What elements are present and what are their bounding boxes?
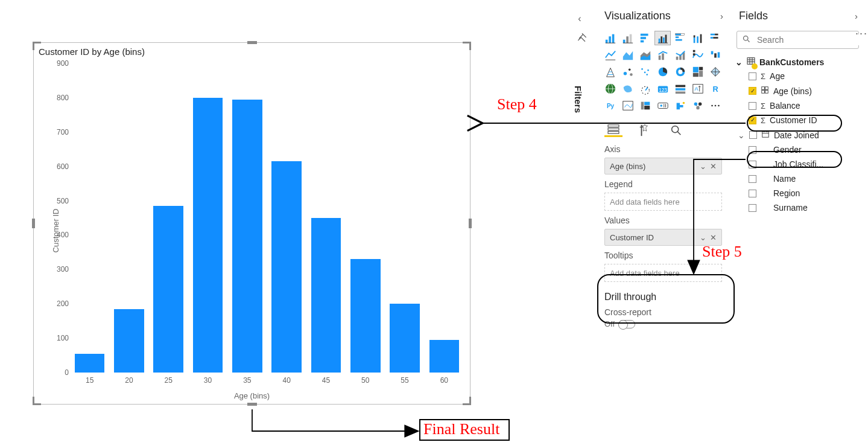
viz-type-32[interactable] <box>672 98 688 113</box>
viz-type-13[interactable] <box>707 48 723 62</box>
visualizations-title: Visualizations <box>604 10 671 22</box>
viz-type-12[interactable] <box>689 48 706 62</box>
viz-type-11[interactable] <box>672 48 688 62</box>
svg-rect-7 <box>640 34 648 36</box>
field-age[interactable]: Σ Age <box>733 69 863 83</box>
svg-rect-35 <box>717 52 720 57</box>
viz-type-29[interactable] <box>619 98 636 113</box>
bar-40[interactable]: 40 <box>267 63 306 373</box>
field-age-bins[interactable]: Age (bins) <box>733 83 863 98</box>
checkbox[interactable] <box>749 102 756 110</box>
y-tick-label: 500 <box>57 197 69 205</box>
field-name[interactable]: Name <box>733 171 863 186</box>
table-bankcustomers[interactable]: ⌄ BankCustomers <box>733 55 863 69</box>
viz-type-6[interactable] <box>707 31 723 45</box>
field-surname[interactable]: Surname <box>733 200 863 215</box>
tab-analytics[interactable] <box>667 124 685 137</box>
checkbox[interactable] <box>749 87 756 95</box>
svg-rect-76 <box>608 128 619 130</box>
tab-format[interactable] <box>636 124 654 137</box>
fields-collapse-button[interactable]: › <box>852 11 860 21</box>
svg-rect-17 <box>675 39 682 41</box>
checkbox[interactable] <box>749 175 756 183</box>
viz-type-4[interactable] <box>672 31 688 45</box>
bar-45[interactable]: 45 <box>306 63 346 373</box>
checkbox[interactable] <box>749 131 757 139</box>
chevron-down-icon[interactable]: ⌄ <box>700 233 706 242</box>
bar-30[interactable]: 30 <box>188 63 227 373</box>
filters-expand-button[interactable]: ‹ <box>573 12 586 25</box>
viz-type-14[interactable] <box>602 65 618 79</box>
bar-55[interactable]: 55 <box>385 63 424 373</box>
viz-panel-collapse-button[interactable]: › <box>718 11 726 21</box>
search-input[interactable] <box>756 34 864 45</box>
bar-25[interactable]: 25 <box>149 63 188 373</box>
viz-type-2[interactable] <box>637 31 653 45</box>
svg-point-74 <box>718 105 720 107</box>
filters-pane-label[interactable]: Filters <box>573 86 583 113</box>
viz-type-20[interactable] <box>707 65 723 79</box>
bar-20[interactable]: 20 <box>109 63 148 373</box>
axis-field[interactable]: Age (bins) ⌄✕ <box>604 158 722 174</box>
viz-type-1[interactable] <box>619 31 636 45</box>
legend-well: Legend Add data fields here <box>598 174 728 211</box>
svg-point-38 <box>630 73 633 76</box>
checkbox[interactable] <box>749 204 756 212</box>
viz-type-8[interactable] <box>619 48 636 62</box>
viz-type-31[interactable] <box>654 98 671 113</box>
field-label: Balance <box>770 101 800 110</box>
viz-type-28[interactable]: Py <box>602 98 618 113</box>
viz-type-22[interactable] <box>619 82 636 96</box>
field-region[interactable]: Region <box>733 186 863 200</box>
viz-type-0[interactable] <box>602 31 618 45</box>
viz-type-7[interactable] <box>602 48 618 62</box>
svg-point-73 <box>714 105 716 107</box>
remove-field-icon[interactable]: ✕ <box>710 233 717 242</box>
viz-type-33[interactable] <box>689 98 706 113</box>
legend-field-drop[interactable]: Add data fields here <box>604 193 722 211</box>
viz-type-17[interactable] <box>654 65 671 79</box>
table-name: BankCustomers <box>759 57 824 67</box>
svg-rect-63 <box>641 102 644 110</box>
remove-field-icon[interactable]: ✕ <box>710 162 717 171</box>
viz-type-9[interactable] <box>637 48 653 62</box>
resize-handle-top[interactable] <box>247 41 257 44</box>
tab-fields[interactable] <box>604 124 622 137</box>
svg-rect-22 <box>710 34 714 36</box>
viz-type-18[interactable] <box>672 65 688 79</box>
viz-type-30[interactable] <box>637 98 653 113</box>
viz-type-26[interactable]: A <box>689 82 706 96</box>
viz-type-23[interactable] <box>637 82 653 96</box>
viz-type-10[interactable] <box>654 48 671 62</box>
viz-type-3[interactable] <box>654 31 671 45</box>
checkbox[interactable] <box>749 72 756 80</box>
chart-visual-container[interactable]: Customer ID by Age (bins) Customer ID 01… <box>33 42 470 405</box>
svg-point-39 <box>641 68 643 70</box>
fields-search[interactable] <box>737 31 859 49</box>
filter-eraser-icon[interactable] <box>573 31 591 56</box>
bar-rect <box>114 309 144 373</box>
viz-type-27[interactable]: R <box>707 82 723 96</box>
viz-type-5[interactable] <box>689 31 706 45</box>
bar-15[interactable]: 15 <box>70 63 109 373</box>
bar-60[interactable]: 60 <box>425 63 464 373</box>
svg-rect-3 <box>612 34 614 43</box>
resize-handle-tr[interactable] <box>463 42 471 50</box>
field-balance[interactable]: Σ Balance <box>733 98 863 113</box>
viz-type-21[interactable] <box>602 82 618 96</box>
bar-50[interactable]: 50 <box>346 63 385 373</box>
bar-35[interactable]: 35 <box>227 63 267 373</box>
viz-type-25[interactable] <box>672 82 688 96</box>
viz-type-19[interactable] <box>689 65 706 79</box>
x-tick-label: 55 <box>385 376 424 385</box>
field-label: Age <box>770 71 785 81</box>
viz-type-15[interactable] <box>619 65 636 79</box>
chevron-down-icon[interactable]: ⌄ <box>700 162 706 171</box>
checkbox[interactable] <box>749 190 756 197</box>
viz-type-34[interactable] <box>707 98 723 113</box>
svg-rect-11 <box>661 36 662 43</box>
viz-type-24[interactable]: 123 <box>654 82 671 96</box>
svg-point-36 <box>623 72 626 75</box>
viz-type-16[interactable] <box>637 65 653 79</box>
svg-rect-32 <box>692 53 695 56</box>
